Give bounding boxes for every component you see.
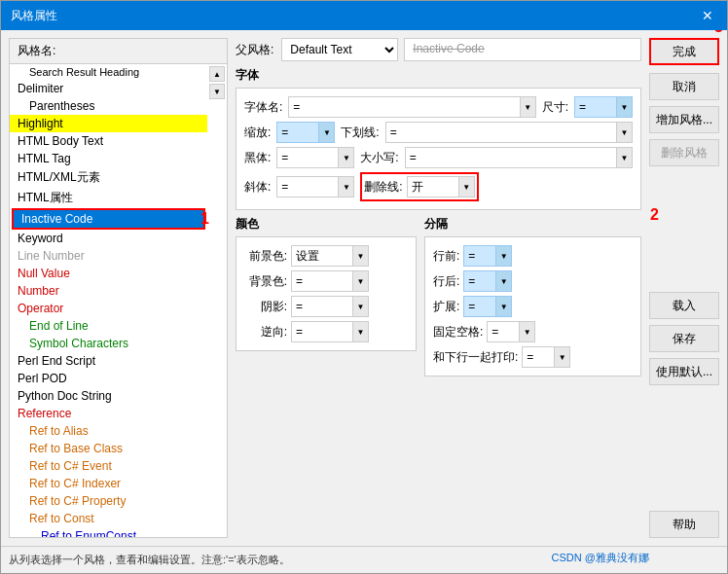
font-name-dropdown-arrow[interactable]: ▼: [520, 97, 535, 117]
size-dropdown-arrow[interactable]: ▼: [616, 97, 632, 117]
reverse-label: 逆向:: [244, 324, 287, 341]
after-label: 行后:: [433, 273, 459, 290]
annotation-3: 3: [714, 30, 723, 36]
close-button[interactable]: ✕: [698, 6, 717, 25]
parent-style-row: 父风格: Default Text Inactive Code: [236, 38, 641, 61]
spacing-section-label: 分隔: [424, 216, 641, 233]
annotation-2: 2: [650, 206, 659, 224]
button-spacer: [649, 172, 719, 286]
done-button[interactable]: 完成: [649, 38, 719, 65]
bg-dropdown-arrow[interactable]: ▼: [352, 271, 368, 291]
style-item-highlight[interactable]: Highlight: [10, 115, 207, 132]
before-dropdown-arrow[interactable]: ▼: [495, 246, 511, 266]
scale-label: 缩放:: [244, 125, 271, 141]
delete-style-button[interactable]: 删除风格: [649, 139, 719, 166]
style-item-parentheses[interactable]: Parentheses: [10, 97, 207, 115]
add-style-button[interactable]: 增加风格...: [649, 106, 719, 133]
style-item-keyword[interactable]: Keyword: [10, 230, 207, 247]
print-together-dropdown-arrow[interactable]: ▼: [554, 347, 569, 367]
bg-label: 背景色:: [244, 273, 287, 290]
list-nav-up[interactable]: ▲: [209, 66, 225, 82]
small-caps-label: 大小写:: [360, 150, 398, 166]
bold-label: 黑体:: [244, 150, 271, 166]
style-item-ref-to-enumconst[interactable]: Ref to EnumConst: [10, 527, 207, 537]
font-section: 字体 字体名: = ▼ 尺寸: = ▼: [236, 67, 641, 210]
style-item-search-result-heading[interactable]: Search Result Heading: [10, 64, 207, 80]
style-item-ref-to-base-class[interactable]: Ref to Base Class: [10, 440, 207, 457]
color-spacing-container: 2 颜色 前景色: 设置 ▼: [236, 216, 641, 377]
fg-label: 前景色:: [244, 248, 287, 265]
underline-label: 下划线:: [341, 125, 379, 141]
save-button[interactable]: 保存: [649, 325, 719, 352]
style-item-null-value[interactable]: Null Value: [10, 265, 207, 282]
color-section-label: 颜色: [236, 216, 417, 233]
small-caps-dropdown-arrow[interactable]: ▼: [616, 148, 632, 167]
right-buttons-panel: 3 完成 取消 增加风格... 删除风格 载入 保存 使用默认... 帮助: [649, 30, 727, 546]
style-item-perl-end-script[interactable]: Perl End Script: [10, 352, 207, 370]
list-nav-down[interactable]: ▼: [209, 84, 225, 99]
style-item-ref-to-alias[interactable]: Ref to Alias: [10, 422, 207, 440]
dialog-window: 风格属性 ✕ 风格名: Search Result Heading Delimi…: [0, 0, 728, 574]
style-item-html-xml[interactable]: HTML/XML元素: [10, 167, 207, 188]
watermark-text: CSDN @雅典没有娜: [552, 551, 649, 565]
fixed-space-label: 固定空格:: [433, 324, 483, 341]
style-item-html-body-text[interactable]: HTML Body Text: [10, 132, 207, 150]
italic-label: 斜体:: [244, 179, 271, 196]
strikethrough-highlighted-box: 删除线: 开 ▼: [360, 172, 478, 201]
title-bar: 风格属性 ✕: [1, 1, 727, 30]
fg-dropdown-arrow[interactable]: ▼: [352, 246, 368, 266]
reverse-dropdown-arrow[interactable]: ▼: [352, 322, 368, 341]
style-item-symbol-characters[interactable]: Symbol Characters: [10, 335, 207, 352]
italic-dropdown-arrow[interactable]: ▼: [338, 177, 353, 197]
size-label: 尺寸:: [542, 99, 568, 116]
style-item-python-doc-string[interactable]: Python Doc String: [10, 387, 207, 405]
color-spacing-row: 颜色 前景色: 设置 ▼: [236, 216, 641, 377]
style-list[interactable]: Search Result Heading Delimiter Parenthe…: [10, 64, 207, 537]
style-item-ref-to-csharp-indexer[interactable]: Ref to C# Indexer: [10, 475, 207, 492]
style-item-inactive-code[interactable]: Inactive Code: [14, 210, 203, 228]
list-nav: ▲ ▼: [207, 64, 227, 537]
after-dropdown-arrow[interactable]: ▼: [495, 271, 511, 291]
color-form: 前景色: 设置 ▼ 背景色: =: [236, 236, 417, 351]
use-default-button[interactable]: 使用默认...: [649, 358, 719, 385]
style-item-ref-to-csharp-event[interactable]: Ref to C# Event: [10, 457, 207, 475]
style-item-ref-to-csharp-property[interactable]: Ref to C# Property: [10, 492, 207, 510]
underline-dropdown-arrow[interactable]: ▼: [616, 123, 632, 142]
style-item-end-of-line[interactable]: End of Line: [10, 317, 207, 335]
title-bar-text: 风格属性: [11, 8, 57, 24]
style-item-line-number[interactable]: Line Number: [10, 247, 207, 265]
style-item-reference[interactable]: Reference: [10, 405, 207, 422]
parent-style-label: 父风格:: [236, 42, 273, 58]
dialog-body: 风格名: Search Result Heading Delimiter Par…: [1, 30, 727, 546]
scale-dropdown-arrow[interactable]: ▼: [318, 123, 334, 142]
shadow-dropdown-arrow[interactable]: ▼: [352, 297, 368, 316]
style-item-delimiter[interactable]: Delimiter: [10, 80, 207, 97]
font-form: 字体名: = ▼ 尺寸: = ▼ 缩放:: [236, 88, 641, 210]
parent-style-select[interactable]: Default Text: [281, 38, 398, 61]
style-item-operator[interactable]: Operator: [10, 300, 207, 317]
fixed-space-dropdown-arrow[interactable]: ▼: [519, 322, 534, 341]
spacing-section: 分隔 行前: = ▼: [424, 216, 641, 377]
before-label: 行前:: [433, 248, 459, 265]
bold-dropdown-arrow[interactable]: ▼: [338, 148, 353, 167]
style-item-html-tag[interactable]: HTML Tag: [10, 150, 207, 167]
load-button[interactable]: 载入: [649, 292, 719, 319]
cancel-button[interactable]: 取消: [649, 73, 719, 100]
style-item-number[interactable]: Number: [10, 282, 207, 300]
strikethrough-dropdown-arrow[interactable]: ▼: [458, 177, 474, 197]
expand-label: 扩展:: [433, 299, 459, 315]
help-button[interactable]: 帮助: [649, 511, 719, 538]
expand-dropdown-arrow[interactable]: ▼: [495, 297, 511, 316]
font-name-label: 字体名:: [244, 99, 282, 116]
style-item-perl-pod[interactable]: Perl POD: [10, 370, 207, 387]
style-list-header: 风格名:: [10, 39, 227, 64]
bottom-text: 从列表选择一个风格，查看和编辑设置。注意:'='表示忽略。: [9, 554, 290, 565]
main-area: 父风格: Default Text Inactive Code 字体: [228, 30, 649, 546]
annotation-1: 1: [200, 210, 209, 228]
spacing-form: 行前: = ▼ 行后:: [424, 236, 641, 377]
style-item-ref-to-const[interactable]: Ref to Const: [10, 510, 207, 527]
font-section-label: 字体: [236, 67, 641, 84]
shadow-label: 阴影:: [244, 299, 287, 315]
color-section: 颜色 前景色: 设置 ▼: [236, 216, 417, 377]
style-item-html-attr[interactable]: HTML属性: [10, 188, 207, 208]
